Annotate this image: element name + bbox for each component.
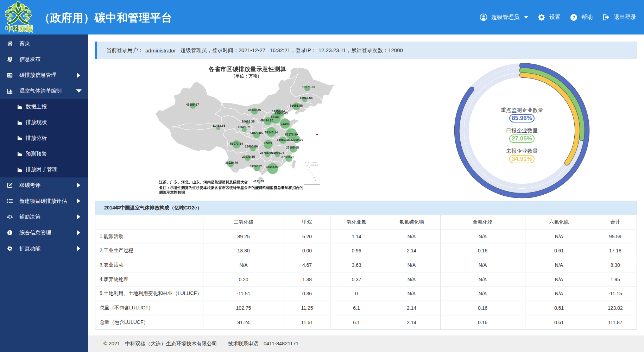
map-bubble-label: 18947.65 bbox=[300, 96, 313, 100]
sidebar-item-label: 双碳考评 bbox=[19, 182, 40, 189]
table-cell: 6.1 bbox=[330, 315, 383, 329]
table-cell: 0.20 bbox=[203, 272, 284, 287]
login-info-username: administrator bbox=[145, 48, 176, 54]
map-bubble-label: 53073.14 bbox=[230, 142, 243, 145]
table-cell: 0.37 bbox=[330, 272, 383, 287]
gear-icon bbox=[538, 13, 545, 21]
table-row: 总量（不包含LULUCF）102.7511.256.12.140.160.611… bbox=[95, 301, 637, 315]
map-bubble-label: 37980.70 bbox=[282, 155, 295, 159]
table-cell: 2.14 bbox=[383, 301, 440, 315]
table-cell: N/A bbox=[383, 287, 440, 301]
logout-label: 退出登录 bbox=[614, 14, 636, 21]
table-row-label: 5.土地利用、土地利用变化和林业（LULUCF） bbox=[95, 287, 203, 301]
chevron-right-icon bbox=[77, 183, 80, 188]
sidebar-subitem-label: 排放分析 bbox=[26, 135, 47, 142]
help-label: 帮助 bbox=[581, 14, 593, 21]
sidebar-subitem-4[interactable]: 排放因子管理 bbox=[0, 162, 88, 177]
help-button[interactable]: ? 帮助 bbox=[570, 14, 593, 21]
map-annotation-3: 测算示意性数据 bbox=[159, 190, 185, 195]
sidebar-subitem-0[interactable]: 数据上报 bbox=[0, 99, 88, 115]
sidebar-subitem-2[interactable]: 排放分析 bbox=[0, 130, 88, 146]
sidebar-item-1[interactable]: 信息发布 bbox=[0, 51, 88, 67]
table-cell: 17.18 bbox=[593, 244, 637, 258]
table-cell: 4.67 bbox=[284, 258, 330, 272]
table-cell: 3.63 bbox=[330, 258, 383, 272]
gauge-legend-group: 重点监测企业数量85.96% bbox=[452, 107, 592, 122]
id-card-icon bbox=[7, 73, 13, 78]
table-row: 1.能源活动89.255.201.14N/AN/AN/A95.59 bbox=[95, 230, 637, 244]
map-bubble-label: 59245.14 bbox=[265, 131, 278, 134]
map-bubble-label: 35639.35 bbox=[248, 108, 261, 112]
china-emission-map[interactable]: 45395.1711458.6320626.7110683.3935639.35… bbox=[151, 63, 334, 201]
map-title: 各省市区碳排放量示意性测算 bbox=[156, 65, 339, 73]
sidebar-item-label: 辅助决策 bbox=[19, 214, 40, 220]
table-row-label: 4.废弃物处理 bbox=[95, 272, 203, 287]
app-title: （政府用）碳中和管理平台 bbox=[39, 11, 172, 25]
sidebar-subitem-label: 数据上报 bbox=[26, 103, 47, 110]
edit-icon bbox=[7, 182, 13, 188]
table-cell: 11.61 bbox=[284, 315, 330, 329]
logout-button[interactable]: 退出登录 bbox=[602, 13, 636, 21]
chevron-right-icon bbox=[77, 214, 80, 219]
map-bubble-label: 20626.71 bbox=[238, 125, 251, 129]
sidebar-item-2[interactable]: 碳排放信息管理 bbox=[0, 67, 88, 83]
map-bubble-label: 25788.55 bbox=[260, 151, 273, 155]
map-red-marker bbox=[316, 134, 318, 135]
gauge-value-pill: 85.96% bbox=[509, 114, 535, 122]
table-cell: N/A bbox=[383, 230, 440, 244]
sidebar-item-5[interactable]: 新建项目碳排放评估 bbox=[0, 193, 88, 209]
sidebar-item-8[interactable]: 扩展功能 bbox=[0, 241, 88, 257]
map-bubble-label: 24059.73 bbox=[272, 151, 285, 155]
table-col-header-7: 合计 bbox=[593, 215, 637, 230]
table-cell: N/A bbox=[440, 258, 525, 272]
ghg-table-panel: 2014年中国温室气体排放构成（亿吨CO2e） 二氧化碳甲烷氧化亚氮氢氟碳化物全… bbox=[95, 201, 637, 330]
map-bubble-label: 10683.39 bbox=[242, 120, 255, 123]
map-bubble-label: 11458.63 bbox=[213, 124, 225, 127]
table-cell: 111.87 bbox=[593, 315, 637, 329]
factory-chart-icon bbox=[17, 104, 23, 109]
map-bubble-label: 23860.86 bbox=[245, 145, 258, 148]
map-bubble-label: 48444.20 bbox=[260, 119, 273, 122]
sidebar-subitem-label: 排放现状 bbox=[26, 119, 47, 126]
factory-chart-icon bbox=[17, 151, 23, 157]
factory-chart-icon bbox=[17, 135, 23, 141]
south-china-sea-inset: 南海诸岛 bbox=[304, 161, 320, 185]
sidebar-item-label: 碳排放信息管理 bbox=[19, 72, 56, 78]
table-row-label: 总量（包含LULUCF） bbox=[95, 315, 203, 329]
sidebar-subitem-1[interactable]: 排放现状 bbox=[0, 115, 88, 131]
table-cell: N/A bbox=[525, 230, 593, 244]
table-cell: 11.25 bbox=[284, 301, 330, 315]
sidebar: 首页信息发布碳排放信息管理温室气体清单编制数据上报排放现状排放分析预测预警排放因… bbox=[0, 34, 88, 352]
sign-out-icon bbox=[602, 13, 610, 21]
table-row: 2.工业生产过程13.300.000.962.140.160.6117.18 bbox=[95, 244, 637, 258]
sidebar-subitem-3[interactable]: 预测预警 bbox=[0, 146, 88, 162]
table-cell: 13.30 bbox=[203, 244, 284, 258]
chevron-right-icon bbox=[77, 73, 80, 78]
sidebar-item-0[interactable]: 首页 bbox=[0, 36, 88, 51]
chevron-right-icon bbox=[77, 246, 80, 251]
table-cell: N/A bbox=[383, 258, 440, 272]
footer-copyright: © 2021 中科双碳（大连）生态环境技术有限公司 bbox=[103, 340, 217, 347]
gauge-series-name: 已报企业数量 bbox=[452, 127, 592, 134]
table-cell: N/A bbox=[383, 272, 440, 287]
table-cell: N/A bbox=[525, 272, 593, 287]
table-cell: N/A bbox=[440, 272, 525, 287]
sidebar-item-7[interactable]: 综合信息管理 bbox=[0, 225, 88, 241]
table-cell: 102.75 bbox=[203, 301, 284, 315]
map-bubble-label: 92488.99 bbox=[266, 165, 279, 169]
gauge-legend-group: 未报企业数量34.91% bbox=[452, 148, 592, 163]
login-info-detail: 超级管理员，登录时间：2021-12-27 bbox=[181, 47, 266, 54]
user-name: 超级管理员 bbox=[491, 14, 519, 21]
sidebar-item-3[interactable]: 温室气体清单编制 bbox=[0, 83, 88, 99]
user-menu[interactable]: 超级管理员 bbox=[480, 13, 528, 21]
sidebar-submenu: 数据上报排放现状排放分析预测预警排放因子管理 bbox=[0, 99, 88, 177]
enterprise-gauge-chart[interactable]: 重点监测企业数量85.96%已报企业数量27.05%未报企业数量34.91% bbox=[452, 60, 592, 201]
page-footer: © 2021 中科双碳（大连）生态环境技术有限公司 技术联系电话：0411-84… bbox=[88, 335, 644, 352]
table-cell: 1.95 bbox=[593, 272, 637, 287]
settings-button[interactable]: 设置 bbox=[538, 13, 561, 21]
map-bubble-label: 93176.99 bbox=[285, 133, 298, 136]
table-cell: 0.16 bbox=[440, 315, 525, 329]
sidebar-item-6[interactable]: 辅助决策 bbox=[0, 209, 88, 225]
sidebar-item-4[interactable]: 双碳考评 bbox=[0, 177, 88, 193]
main-content: 当前登录用户： administrator 超级管理员，登录时间：2021-12… bbox=[88, 34, 644, 335]
